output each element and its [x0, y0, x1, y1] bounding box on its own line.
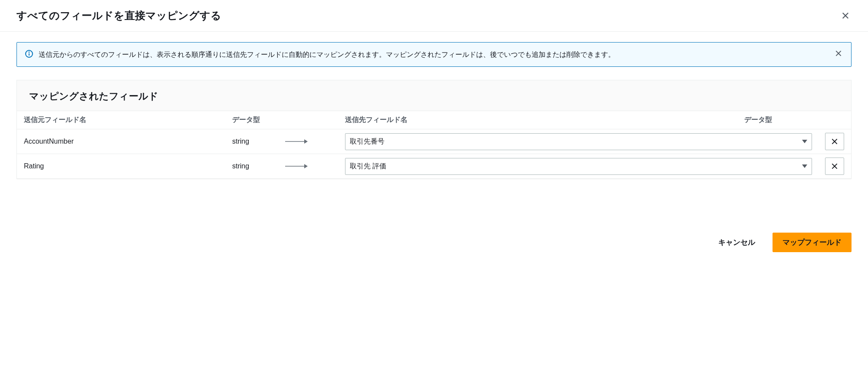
col-header-dest-type: データ型 [744, 115, 805, 125]
svg-point-4 [29, 52, 30, 53]
table-row: Rating string 取引先 評価 [17, 154, 851, 178]
caret-down-icon [802, 140, 807, 143]
arrow-right-icon [284, 163, 310, 169]
close-icon [831, 138, 838, 145]
col-header-dest-name: 送信先フィールド名 [345, 115, 744, 125]
source-field-name: Rating [24, 162, 232, 170]
col-header-arrow [284, 115, 345, 125]
close-icon [835, 49, 842, 57]
remove-cell [812, 133, 844, 150]
table-header-row: 送信元フィールド名 データ型 送信先フィールド名 データ型 [17, 111, 851, 129]
info-icon [25, 49, 33, 58]
dialog-header: すべてのフィールドを直接マッピングする [0, 0, 868, 32]
destination-cell: 取引先 評価 [345, 158, 812, 175]
close-icon [831, 162, 838, 170]
info-dismiss-button[interactable] [834, 49, 843, 58]
destination-field-select[interactable]: 取引先番号 [345, 133, 812, 150]
source-data-type: string [232, 138, 284, 145]
col-header-source-type: データ型 [232, 115, 284, 125]
dialog-close-button[interactable] [839, 10, 852, 22]
col-header-source-name: 送信元フィールド名 [24, 115, 232, 125]
mapping-arrow [284, 138, 345, 145]
cancel-button[interactable]: キャンセル [709, 233, 765, 252]
dialog-footer: キャンセル マップフィールド [0, 222, 868, 263]
caret-down-icon [802, 164, 807, 168]
dropdown-value: 取引先 評価 [350, 162, 386, 171]
remove-mapping-button[interactable] [825, 133, 844, 150]
remove-mapping-button[interactable] [825, 158, 844, 175]
col-header-remove [805, 115, 844, 125]
svg-marker-12 [802, 164, 807, 168]
dialog-body: 送信元からのすべてのフィールドは、表示される順序通りに送信先フィールドに自動的に… [0, 32, 868, 179]
mapped-fields-panel: マッピングされたフィールド 送信元フィールド名 データ型 送信先フィールド名 デ… [16, 80, 852, 179]
destination-field-select[interactable]: 取引先 評価 [345, 158, 812, 175]
info-banner: 送信元からのすべてのフィールドは、表示される順序通りに送信先フィールドに自動的に… [16, 42, 852, 67]
mapped-fields-table: 送信元フィールド名 データ型 送信先フィールド名 データ型 AccountNum… [17, 111, 851, 178]
source-field-name: AccountNumber [24, 138, 232, 145]
mapping-arrow [284, 163, 345, 169]
dialog-title: すべてのフィールドを直接マッピングする [16, 9, 221, 23]
close-icon [841, 11, 850, 20]
remove-cell [812, 158, 844, 175]
dropdown-value: 取引先番号 [350, 137, 385, 146]
source-data-type: string [232, 162, 284, 170]
table-row: AccountNumber string 取引先番号 [17, 129, 851, 154]
arrow-right-icon [284, 138, 310, 145]
svg-marker-8 [802, 140, 807, 143]
destination-cell: 取引先番号 [345, 133, 812, 150]
map-all-fields-dialog: すべてのフィールドを直接マッピングする 送信元からのすべてのフィールドは、表示さ… [0, 0, 868, 263]
map-fields-button[interactable]: マップフィールド [773, 233, 852, 252]
info-message: 送信元からのすべてのフィールドは、表示される順序通りに送信先フィールドに自動的に… [39, 49, 829, 60]
panel-title: マッピングされたフィールド [29, 90, 839, 103]
panel-header: マッピングされたフィールド [17, 80, 851, 111]
